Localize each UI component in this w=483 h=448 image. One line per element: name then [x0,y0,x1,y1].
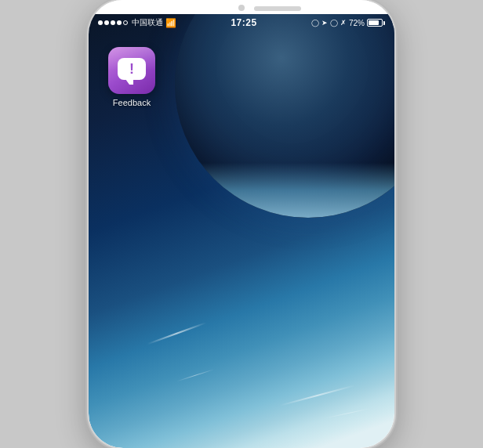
signal-dot-4 [117,20,122,25]
phone-top-bar [89,0,394,14]
speaker-grille [254,6,301,11]
battery-percent: 72% [349,19,365,27]
signal-dots [98,20,128,25]
signal-dot-5 [123,20,128,25]
exclamation-mark: ! [129,62,134,76]
bubble-icon: ! [118,58,146,83]
phone-frame: 中国联通 📶 17:25 ◯ ➤ ◯ ✗ 72% [89,0,394,448]
feedback-app[interactable]: ! Feedback [104,47,159,107]
screen: 中国联通 📶 17:25 ◯ ➤ ◯ ✗ 72% [89,14,394,448]
app-label: Feedback [113,98,151,107]
status-right: ◯ ➤ ◯ ✗ 72% [311,19,385,27]
signal-dot-1 [98,20,103,25]
battery-tip [383,21,385,25]
carrier-label: 中国联通 [132,17,163,28]
battery-body [367,19,383,27]
home-screen: ! Feedback [89,31,394,448]
wifi-icon: 📶 [165,18,176,28]
battery-icon [367,19,385,27]
status-bar: 中国联通 📶 17:25 ◯ ➤ ◯ ✗ 72% [89,14,394,31]
lock-icon: ◯ [311,19,319,27]
location-icon: ➤ [321,19,328,27]
alarm-icon: ◯ [330,19,338,27]
front-camera-icon [238,5,245,11]
bubble-shape: ! [118,58,146,80]
feedback-app-icon[interactable]: ! [108,47,155,94]
time-display: 17:25 [231,17,256,28]
battery-fill [369,20,379,25]
signal-dot-3 [111,20,115,25]
bluetooth-icon: ✗ [340,19,347,27]
status-left: 中国联通 📶 [98,17,176,28]
signal-dot-2 [104,20,109,25]
